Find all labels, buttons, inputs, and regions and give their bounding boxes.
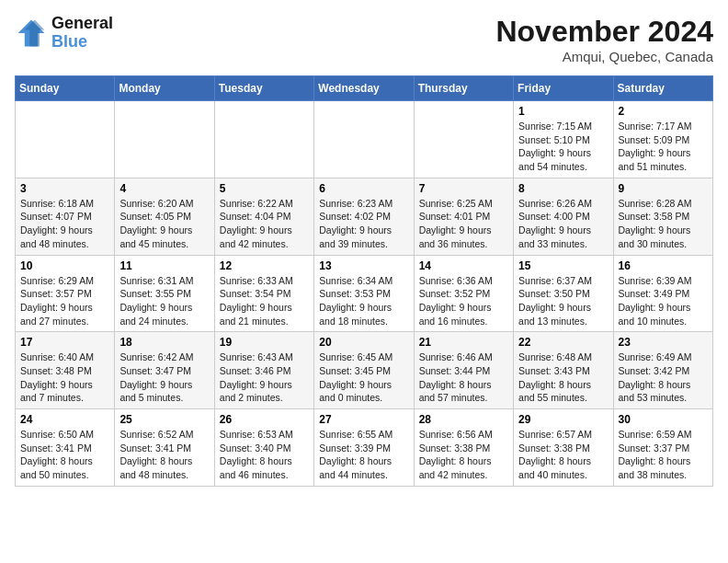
day-number: 16 [619,259,708,272]
calendar-cell: 25Sunrise: 6:52 AM Sunset: 3:41 PM Dayli… [115,409,214,487]
weekday-header-tuesday: Tuesday [214,76,313,101]
calendar-cell: 7Sunrise: 6:25 AM Sunset: 4:01 PM Daylig… [414,178,513,255]
day-number: 18 [119,336,209,349]
day-number: 23 [619,336,708,349]
day-number: 10 [20,259,109,272]
weekday-header-monday: Monday [115,76,214,101]
location: Amqui, Quebec, Canada [495,49,713,64]
day-info: Sunrise: 7:17 AM Sunset: 5:09 PM Dayligh… [619,120,708,174]
day-info: Sunrise: 6:26 AM Sunset: 4:00 PM Dayligh… [518,197,608,251]
day-info: Sunrise: 6:55 AM Sunset: 3:39 PM Dayligh… [319,428,408,482]
calendar-cell: 29Sunrise: 6:57 AM Sunset: 3:38 PM Dayli… [514,409,613,487]
day-number: 3 [20,182,109,195]
month-title: November 2024 [495,15,713,49]
logo-text: General Blue [51,15,113,52]
calendar-cell: 9Sunrise: 6:28 AM Sunset: 3:58 PM Daylig… [613,178,712,255]
calendar-cell: 30Sunrise: 6:59 AM Sunset: 3:37 PM Dayli… [613,409,712,487]
day-info: Sunrise: 7:15 AM Sunset: 5:10 PM Dayligh… [518,120,608,174]
day-number: 12 [220,259,309,272]
calendar-cell: 5Sunrise: 6:22 AM Sunset: 4:04 PM Daylig… [214,178,313,255]
calendar-cell: 12Sunrise: 6:33 AM Sunset: 3:54 PM Dayli… [214,255,313,332]
day-info: Sunrise: 6:40 AM Sunset: 3:48 PM Dayligh… [20,350,109,405]
weekday-header-sunday: Sunday [16,76,115,101]
day-number: 27 [319,413,408,426]
day-info: Sunrise: 6:23 AM Sunset: 4:02 PM Dayligh… [319,197,408,251]
calendar-cell: 4Sunrise: 6:20 AM Sunset: 4:05 PM Daylig… [115,178,214,255]
day-info: Sunrise: 6:56 AM Sunset: 3:38 PM Dayligh… [419,428,508,482]
weekday-header-friday: Friday [514,76,613,101]
calendar-cell: 24Sunrise: 6:50 AM Sunset: 3:41 PM Dayli… [16,409,115,487]
day-info: Sunrise: 6:59 AM Sunset: 3:37 PM Dayligh… [619,428,708,482]
day-number: 24 [20,413,109,426]
day-number: 13 [319,259,408,272]
weekday-header-wednesday: Wednesday [314,76,414,101]
calendar-header-row: SundayMondayTuesdayWednesdayThursdayFrid… [16,76,713,101]
day-info: Sunrise: 6:29 AM Sunset: 3:57 PM Dayligh… [20,274,109,328]
day-info: Sunrise: 6:43 AM Sunset: 3:46 PM Dayligh… [220,350,309,405]
weekday-header-saturday: Saturday [613,76,712,101]
logo: General Blue [15,15,113,52]
calendar-cell [16,101,115,178]
calendar-cell: 19Sunrise: 6:43 AM Sunset: 3:46 PM Dayli… [214,332,313,409]
calendar-cell: 16Sunrise: 6:39 AM Sunset: 3:49 PM Dayli… [613,255,712,332]
calendar-cell: 17Sunrise: 6:40 AM Sunset: 3:48 PM Dayli… [16,332,115,409]
calendar-cell: 13Sunrise: 6:34 AM Sunset: 3:53 PM Dayli… [314,255,414,332]
day-number: 30 [619,413,708,426]
day-number: 21 [419,336,508,349]
day-number: 11 [119,259,209,272]
day-number: 9 [619,182,708,195]
calendar-cell [115,101,214,178]
day-info: Sunrise: 6:22 AM Sunset: 4:04 PM Dayligh… [220,197,309,251]
calendar-cell: 1Sunrise: 7:15 AM Sunset: 5:10 PM Daylig… [514,101,613,178]
weekday-header-thursday: Thursday [414,76,513,101]
calendar-cell [414,101,513,178]
calendar-cell [214,101,313,178]
calendar-cell: 26Sunrise: 6:53 AM Sunset: 3:40 PM Dayli… [214,409,313,487]
calendar-cell: 23Sunrise: 6:49 AM Sunset: 3:42 PM Dayli… [613,332,712,409]
day-info: Sunrise: 6:50 AM Sunset: 3:41 PM Dayligh… [20,428,109,482]
calendar-cell: 3Sunrise: 6:18 AM Sunset: 4:07 PM Daylig… [16,178,115,255]
day-info: Sunrise: 6:20 AM Sunset: 4:05 PM Dayligh… [119,197,209,251]
calendar-cell: 20Sunrise: 6:45 AM Sunset: 3:45 PM Dayli… [314,332,414,409]
calendar-cell: 18Sunrise: 6:42 AM Sunset: 3:47 PM Dayli… [115,332,214,409]
calendar-cell: 22Sunrise: 6:48 AM Sunset: 3:43 PM Dayli… [514,332,613,409]
day-number: 14 [419,259,508,272]
day-number: 26 [220,413,309,426]
day-number: 2 [619,105,708,118]
day-number: 6 [319,182,408,195]
day-info: Sunrise: 6:28 AM Sunset: 3:58 PM Dayligh… [619,197,708,251]
day-info: Sunrise: 6:36 AM Sunset: 3:52 PM Dayligh… [419,274,508,328]
calendar-cell: 14Sunrise: 6:36 AM Sunset: 3:52 PM Dayli… [414,255,513,332]
day-info: Sunrise: 6:42 AM Sunset: 3:47 PM Dayligh… [119,350,209,405]
calendar-cell: 15Sunrise: 6:37 AM Sunset: 3:50 PM Dayli… [514,255,613,332]
day-number: 22 [518,336,608,349]
day-info: Sunrise: 6:25 AM Sunset: 4:01 PM Dayligh… [419,197,508,251]
calendar-cell: 27Sunrise: 6:55 AM Sunset: 3:39 PM Dayli… [314,409,414,487]
day-info: Sunrise: 6:33 AM Sunset: 3:54 PM Dayligh… [220,274,309,328]
day-info: Sunrise: 6:57 AM Sunset: 3:38 PM Dayligh… [518,428,608,482]
day-info: Sunrise: 6:48 AM Sunset: 3:43 PM Dayligh… [518,350,608,405]
day-info: Sunrise: 6:46 AM Sunset: 3:44 PM Dayligh… [419,350,508,405]
day-info: Sunrise: 6:34 AM Sunset: 3:53 PM Dayligh… [319,274,408,328]
day-info: Sunrise: 6:49 AM Sunset: 3:42 PM Dayligh… [619,350,708,405]
day-number: 15 [518,259,608,272]
calendar: SundayMondayTuesdayWednesdayThursdayFrid… [15,75,713,487]
calendar-cell [314,101,414,178]
day-number: 29 [518,413,608,426]
calendar-cell: 8Sunrise: 6:26 AM Sunset: 4:00 PM Daylig… [514,178,613,255]
day-number: 19 [220,336,309,349]
day-number: 20 [319,336,408,349]
day-info: Sunrise: 6:52 AM Sunset: 3:41 PM Dayligh… [119,428,209,482]
day-info: Sunrise: 6:53 AM Sunset: 3:40 PM Dayligh… [220,428,309,482]
day-number: 25 [119,413,209,426]
day-number: 4 [119,182,209,195]
day-number: 1 [518,105,608,118]
calendar-cell: 2Sunrise: 7:17 AM Sunset: 5:09 PM Daylig… [613,101,712,178]
title-block: November 2024 Amqui, Quebec, Canada [495,15,713,64]
day-number: 17 [20,336,109,349]
day-number: 5 [220,182,309,195]
day-number: 28 [419,413,508,426]
day-info: Sunrise: 6:39 AM Sunset: 3:49 PM Dayligh… [619,274,708,328]
logo-icon [15,17,48,50]
calendar-cell: 11Sunrise: 6:31 AM Sunset: 3:55 PM Dayli… [115,255,214,332]
